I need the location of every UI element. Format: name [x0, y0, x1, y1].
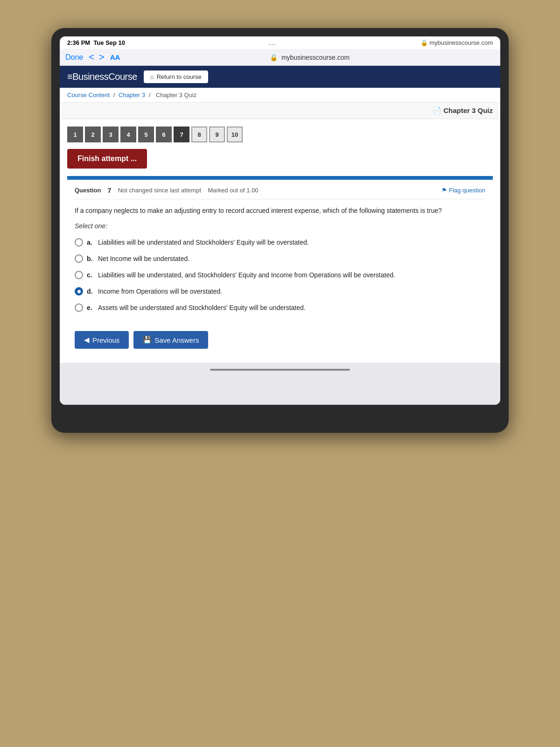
home-icon: ⌂ — [150, 73, 154, 80]
page-title: 📄 Chapter 3 Quiz — [433, 106, 493, 114]
question-marked: Marked out of 1.00 — [208, 187, 258, 194]
option-text-d: Income from Operations will be overstate… — [98, 287, 222, 296]
status-bar: 2:36 PM Tue Sep 10 ... 🔒 mybusinesscours… — [60, 36, 500, 49]
question-meta: Question 7 Not changed since last attemp… — [75, 186, 485, 199]
option-text-a: Liabilities will be understated and Stoc… — [98, 238, 309, 247]
scroll-bar — [210, 369, 350, 371]
status-dots: ... — [269, 39, 277, 46]
site-header: ≡BusinessCourse ⌂ Return to course — [60, 66, 500, 88]
page-title-icon: 📄 — [433, 106, 441, 114]
ipad-frame: 2:36 PM Tue Sep 10 ... 🔒 mybusinesscours… — [51, 28, 509, 433]
main-content: 12345678910 Finish attempt ... Question … — [60, 119, 500, 363]
done-button[interactable]: Done — [65, 53, 83, 62]
question-nav-item-1[interactable]: 1 — [67, 127, 83, 142]
scroll-indicator — [60, 363, 500, 377]
option-d[interactable]: d.Income from Operations will be oversta… — [75, 283, 485, 300]
finish-attempt-button[interactable]: Finish attempt ... — [67, 149, 147, 169]
question-nav-item-3[interactable]: 3 — [103, 127, 119, 142]
radio-a[interactable] — [75, 238, 83, 247]
aa-button[interactable]: AA — [110, 53, 120, 61]
breadcrumb-course-content[interactable]: Course Content — [67, 92, 110, 99]
browser-nav: < > — [88, 52, 105, 63]
prev-icon: ◀ — [84, 336, 90, 344]
options-list: a.Liabilities will be understated and St… — [75, 234, 485, 316]
option-letter-d: d. — [87, 287, 94, 296]
radio-c[interactable] — [75, 271, 83, 279]
bottom-space — [60, 377, 500, 405]
status-url: 🔒 mybusinesscourse.com — [420, 39, 493, 46]
url-bar[interactable]: 🔒 mybusinesscourse.com — [125, 54, 495, 61]
question-nav-item-4[interactable]: 4 — [120, 127, 136, 142]
question-nav-item-8[interactable]: 8 — [191, 127, 207, 142]
option-b[interactable]: b.Net Income will be understated. — [75, 251, 485, 267]
logo-prefix: ≡ — [67, 71, 72, 82]
browser-bar: Done < > AA 🔒 mybusinesscourse.com — [60, 49, 500, 66]
breadcrumb-chapter[interactable]: Chapter 3 — [119, 92, 145, 99]
save-icon: 💾 — [143, 336, 152, 344]
option-a[interactable]: a.Liabilities will be understated and St… — [75, 234, 485, 251]
option-letter-c: c. — [87, 270, 94, 280]
radio-b[interactable] — [75, 254, 83, 263]
question-number: 7 — [107, 186, 111, 194]
bottom-buttons: ◀ Previous 💾 Save Answers — [75, 326, 485, 349]
site-logo: ≡BusinessCourse — [67, 71, 137, 82]
previous-button[interactable]: ◀ Previous — [75, 331, 129, 349]
question-area: Question 7 Not changed since last attemp… — [67, 180, 493, 355]
question-nav: 12345678910 — [67, 127, 493, 142]
breadcrumb-quiz: Chapter 3 Quiz — [156, 92, 196, 99]
question-nav-item-6[interactable]: 6 — [156, 127, 172, 142]
option-text-c: Liabilities will be understated, and Sto… — [98, 270, 395, 280]
option-letter-e: e. — [87, 303, 94, 313]
question-nav-item-5[interactable]: 5 — [138, 127, 154, 142]
radio-d[interactable] — [75, 287, 83, 296]
radio-e[interactable] — [75, 303, 83, 312]
url-lock-icon: 🔒 — [270, 54, 278, 61]
option-letter-b: b. — [87, 254, 94, 264]
flag-icon: ⚑ — [441, 187, 447, 194]
question-label: Question — [75, 187, 101, 194]
option-c[interactable]: c.Liabilities will be understated, and S… — [75, 267, 485, 283]
question-nav-item-9[interactable]: 9 — [209, 127, 225, 142]
page-title-bar: 📄 Chapter 3 Quiz — [60, 103, 500, 119]
back-button[interactable]: < — [88, 52, 95, 63]
status-time: 2:36 PM Tue Sep 10 — [67, 39, 125, 46]
question-status: Not changed since last attempt — [118, 187, 202, 194]
option-letter-a: a. — [87, 238, 94, 247]
lock-icon: 🔒 — [420, 39, 428, 46]
breadcrumb: Course Content / Chapter 3 / Chapter 3 Q… — [60, 88, 500, 103]
question-text: If a company neglects to make an adjusti… — [75, 206, 485, 216]
blue-separator — [67, 176, 493, 180]
flag-question-link[interactable]: ⚑ Flag question — [441, 187, 485, 194]
return-to-course-button[interactable]: ⌂ Return to course — [144, 70, 208, 83]
save-answers-button[interactable]: 💾 Save Answers — [133, 331, 208, 349]
forward-button[interactable]: > — [98, 52, 105, 63]
select-one-label: Select one: — [75, 222, 485, 230]
question-nav-item-7[interactable]: 7 — [174, 127, 189, 142]
ipad-screen: 2:36 PM Tue Sep 10 ... 🔒 mybusinesscours… — [60, 36, 500, 405]
option-e[interactable]: e.Assets will be understated and Stockho… — [75, 300, 485, 316]
option-text-e: Assets will be understated and Stockhold… — [98, 303, 306, 313]
option-text-b: Net Income will be understated. — [98, 254, 189, 264]
question-nav-item-10[interactable]: 10 — [227, 127, 243, 142]
question-nav-item-2[interactable]: 2 — [85, 127, 101, 142]
